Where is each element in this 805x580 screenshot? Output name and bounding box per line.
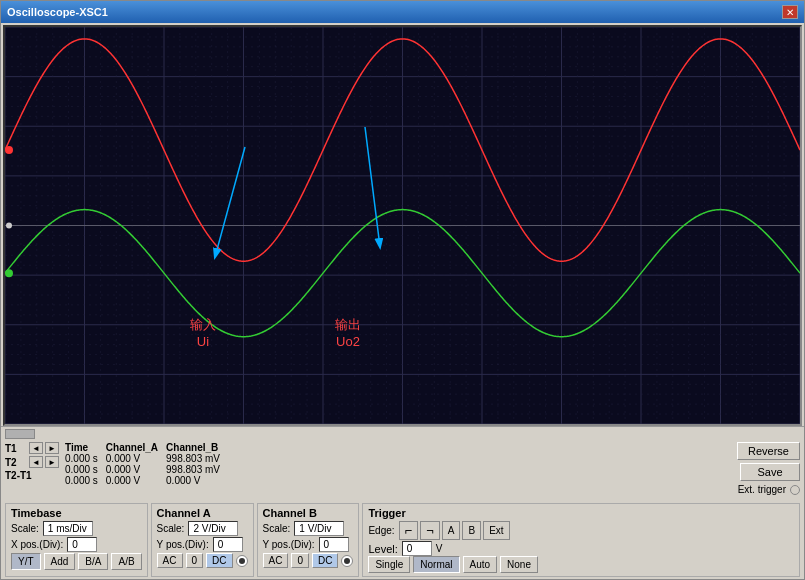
t2t1-chb: 0.000 V bbox=[166, 475, 228, 486]
t1-right-btn[interactable]: ► bbox=[45, 442, 59, 454]
t1-values: 0.000 s 0.000 V 998.803 mV bbox=[65, 453, 228, 464]
t2-time: 0.000 s bbox=[65, 464, 106, 475]
chb-ypos-value[interactable]: 0 bbox=[319, 537, 349, 552]
measurements-table: Time Channel_A Channel_B 0.000 s 0.000 V… bbox=[65, 442, 737, 486]
scope-canvas bbox=[5, 27, 800, 424]
trigger-level-label: Level: bbox=[368, 543, 397, 555]
edge-falling-button[interactable]: ¬ bbox=[420, 521, 440, 540]
main-controls: Timebase Scale: 1 ms/Div X pos.(Div): 0 … bbox=[1, 501, 804, 579]
timebase-xpos-value[interactable]: 0 bbox=[67, 537, 97, 552]
cha-radio[interactable] bbox=[236, 555, 248, 567]
t2t1-values: 0.000 s 0.000 V 0.000 V bbox=[65, 475, 228, 486]
mode-ba-button[interactable]: B/A bbox=[78, 553, 108, 570]
cha-ypos-label: Y pos.(Div): bbox=[157, 539, 209, 550]
close-button[interactable]: ✕ bbox=[782, 5, 798, 19]
timebase-xpos-row: X pos.(Div): 0 bbox=[11, 537, 142, 552]
trigger-edge-row: Edge: ⌐ ¬ A B Ext bbox=[368, 521, 794, 540]
chb-scale-value[interactable]: 1 V/Div bbox=[294, 521, 344, 536]
t2-chb: 998.803 mV bbox=[166, 464, 228, 475]
horizontal-scrollbar[interactable] bbox=[1, 426, 804, 440]
timebase-section: Timebase Scale: 1 ms/Div X pos.(Div): 0 … bbox=[5, 503, 148, 577]
chb-radio[interactable] bbox=[341, 555, 353, 567]
timebase-scale-label: Scale: bbox=[11, 523, 39, 534]
t2t1-time: 0.000 s bbox=[65, 475, 106, 486]
cha-ac-button[interactable]: AC bbox=[157, 553, 183, 568]
cha-scale-value[interactable]: 2 V/Div bbox=[188, 521, 238, 536]
t2-cha: 0.000 V bbox=[106, 464, 166, 475]
trigger-label: Trigger bbox=[368, 507, 794, 519]
channel-a-label: Channel A bbox=[157, 507, 248, 519]
cha-ypos-row: Y pos.(Div): 0 bbox=[157, 537, 248, 552]
mode-yt-button[interactable]: Y/T bbox=[11, 553, 41, 570]
t1-label: T1 bbox=[5, 443, 27, 454]
trigger-b-button[interactable]: B bbox=[462, 521, 481, 540]
trigger-edge-label: Edge: bbox=[368, 525, 394, 536]
scrollbar-thumb[interactable] bbox=[5, 429, 35, 439]
edge-rising-button[interactable]: ⌐ bbox=[399, 521, 419, 540]
channel-b-label: Channel B bbox=[263, 507, 354, 519]
trigger-single-button[interactable]: Single bbox=[368, 556, 410, 573]
title-bar: Oscilloscope-XSC1 ✕ bbox=[1, 1, 804, 23]
reverse-button[interactable]: Reverse bbox=[737, 442, 800, 460]
channel-b-section: Channel B Scale: 1 V/Div Y pos.(Div): 0 … bbox=[257, 503, 360, 577]
timebase-mode-buttons: Y/T Add B/A A/B bbox=[11, 553, 142, 570]
cha-dc-button[interactable]: DC bbox=[206, 553, 232, 568]
cha-scale-row: Scale: 2 V/Div bbox=[157, 521, 248, 536]
window-title: Oscilloscope-XSC1 bbox=[7, 6, 108, 18]
mode-ab-button[interactable]: A/B bbox=[111, 553, 141, 570]
col-chb: Channel_B bbox=[166, 442, 228, 453]
measurements-row: T1 ◄ ► T2 ◄ ► T2-T1 Time Channel_A Cha bbox=[1, 440, 804, 497]
cha-ypos-value[interactable]: 0 bbox=[213, 537, 243, 552]
edge-buttons: ⌐ ¬ A B Ext bbox=[399, 521, 510, 540]
t2-right-btn[interactable]: ► bbox=[45, 456, 59, 468]
chb-scale-label: Scale: bbox=[263, 523, 291, 534]
t2-label: T2 bbox=[5, 457, 27, 468]
ext-trigger-label: Ext. trigger bbox=[738, 484, 786, 495]
trigger-ext-button[interactable]: Ext bbox=[483, 521, 509, 540]
save-button[interactable]: Save bbox=[740, 463, 800, 481]
timebase-scale-row: Scale: 1 ms/Div bbox=[11, 521, 142, 536]
chb-scale-row: Scale: 1 V/Div bbox=[263, 521, 354, 536]
trigger-section: Trigger Edge: ⌐ ¬ A B Ext Level: 0 V Sin… bbox=[362, 503, 800, 577]
timebase-label: Timebase bbox=[11, 507, 142, 519]
t2t1-row: T2-T1 bbox=[5, 470, 59, 481]
chb-dc-button[interactable]: DC bbox=[312, 553, 338, 568]
cha-scale-label: Scale: bbox=[157, 523, 185, 534]
chb-ac-button[interactable]: AC bbox=[263, 553, 289, 568]
t2-left-btn[interactable]: ◄ bbox=[29, 456, 43, 468]
t2t1-label: T2-T1 bbox=[5, 470, 35, 481]
t1-left-btn[interactable]: ◄ bbox=[29, 442, 43, 454]
trigger-none-button[interactable]: None bbox=[500, 556, 538, 573]
trigger-level-row: Level: 0 V bbox=[368, 541, 794, 556]
ext-trigger-indicator bbox=[790, 485, 800, 495]
cha-coupling-buttons: AC 0 DC bbox=[157, 553, 248, 568]
t2t1-cha: 0.000 V bbox=[106, 475, 166, 486]
trigger-normal-button[interactable]: Normal bbox=[413, 556, 459, 573]
timebase-scale-value[interactable]: 1 ms/Div bbox=[43, 521, 93, 536]
scope-display: 输入 Ui 输出 Uo2 bbox=[3, 25, 802, 426]
trigger-a-button[interactable]: A bbox=[442, 521, 461, 540]
trigger-level-value[interactable]: 0 bbox=[402, 541, 432, 556]
trigger-v-label: V bbox=[436, 543, 443, 554]
chb-coupling-buttons: AC 0 DC bbox=[263, 553, 354, 568]
t-markers: T1 ◄ ► T2 ◄ ► T2-T1 bbox=[5, 442, 59, 481]
chb-ypos-row: Y pos.(Div): 0 bbox=[263, 537, 354, 552]
cha-0-button[interactable]: 0 bbox=[186, 553, 204, 568]
t1-time: 0.000 s bbox=[65, 453, 106, 464]
t1-chb: 998.803 mV bbox=[166, 453, 228, 464]
channel-a-section: Channel A Scale: 2 V/Div Y pos.(Div): 0 … bbox=[151, 503, 254, 577]
timebase-xpos-label: X pos.(Div): bbox=[11, 539, 63, 550]
trigger-mode-buttons: Single Normal Auto None bbox=[368, 556, 794, 573]
ext-trigger-row: Ext. trigger bbox=[738, 484, 800, 495]
oscilloscope-window: Oscilloscope-XSC1 ✕ 输入 Ui 输出 Uo2 bbox=[0, 0, 805, 580]
col-cha: Channel_A bbox=[106, 442, 166, 453]
mode-add-button[interactable]: Add bbox=[44, 553, 76, 570]
col-time: Time bbox=[65, 442, 106, 453]
chb-ypos-label: Y pos.(Div): bbox=[263, 539, 315, 550]
trigger-auto-button[interactable]: Auto bbox=[463, 556, 498, 573]
t1-row: T1 ◄ ► bbox=[5, 442, 59, 454]
t2-values: 0.000 s 0.000 V 998.803 mV bbox=[65, 464, 228, 475]
t2-row: T2 ◄ ► bbox=[5, 456, 59, 468]
chb-0-button[interactable]: 0 bbox=[291, 553, 309, 568]
right-buttons: Reverse Save Ext. trigger bbox=[737, 442, 800, 495]
